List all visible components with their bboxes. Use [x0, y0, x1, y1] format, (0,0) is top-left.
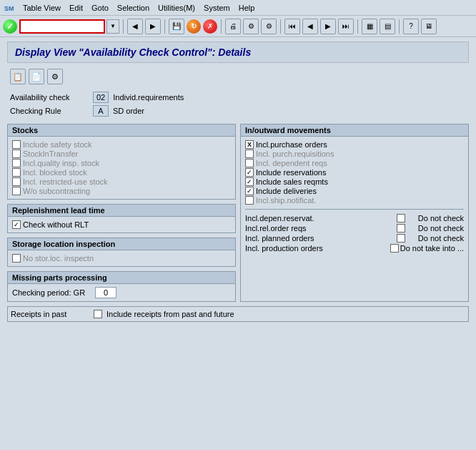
sap-logo-icon: SM	[3, 2, 14, 14]
replenishment-checkbox-0[interactable]	[12, 220, 21, 229]
dropdown-checkbox-0[interactable]	[397, 214, 405, 222]
inout-item-5: Include deliveries	[245, 187, 464, 195]
availability-check-desc: Individ.requirements	[113, 93, 184, 102]
copy-btn-1[interactable]: 📋	[10, 69, 26, 84]
checking-rule-field: Checking Rule A SD order	[10, 105, 466, 117]
inout-item-1: Incl. purch.requisitions	[245, 150, 464, 158]
copy-btn-2[interactable]: 📄	[29, 69, 44, 84]
inout-checkbox-3[interactable]	[245, 168, 254, 177]
layout2-btn[interactable]: ▤	[380, 19, 395, 34]
inout-item-4: Include sales reqmts	[245, 177, 464, 186]
back-btn[interactable]: ◀	[127, 19, 143, 34]
refresh-btn[interactable]: ↻	[187, 19, 201, 34]
fields-section: Availability check 02 Individ.requiremen…	[7, 92, 469, 117]
stock-label-1: StockInTransfer	[23, 150, 78, 158]
inoutward-panel-body: Incl.purchase orders Incl. purch.requisi…	[241, 137, 468, 257]
help-icon: ?	[409, 22, 413, 30]
checking-period-label: Checking period: GR	[12, 288, 91, 297]
dropdown-row-1: Incl.rel.order reqs Do not check	[245, 224, 464, 233]
replenishment-panel-title: Replenishment lead time	[8, 205, 235, 217]
stock-item-1: StockInTransfer	[12, 150, 231, 158]
inout-label-1: Incl. purch.requisitions	[256, 150, 334, 158]
availability-check-code: 02	[93, 92, 109, 103]
dropdown-checkbox-3[interactable]	[390, 244, 399, 253]
stock-checkbox-5[interactable]	[12, 187, 21, 195]
bottom-section: Receipts in past Include receipts from p…	[7, 306, 469, 322]
inout-label-6: Incl.ship.notificat.	[256, 196, 316, 205]
refresh-icon: ↻	[191, 22, 197, 30]
print-btn[interactable]: 🖨	[225, 19, 241, 34]
forward-btn[interactable]: ▶	[145, 19, 161, 34]
checking-rule-code: A	[93, 105, 109, 117]
status-icon: ✓	[3, 19, 17, 34]
menu-edit[interactable]: Edit	[69, 4, 83, 12]
checking-period-input[interactable]	[95, 287, 116, 298]
help-btn[interactable]: ?	[403, 19, 419, 34]
storage-checkbox-0[interactable]	[12, 254, 21, 263]
nav1-btn[interactable]: ⏮	[284, 19, 300, 34]
stock-checkbox-1[interactable]	[12, 150, 21, 158]
dropdown-value-3: Do not take into ...	[400, 244, 464, 253]
receipts-desc: Include receipts from past and future	[106, 310, 234, 318]
storage-label-0: No stor.loc. inspectn	[23, 254, 94, 263]
nav4-btn[interactable]: ⏭	[338, 19, 354, 34]
find-btn[interactable]: ⚙	[243, 19, 259, 34]
replenishment-panel: Replenishment lead time Check without RL…	[7, 204, 236, 233]
nav3-btn[interactable]: ▶	[320, 19, 336, 34]
stock-checkbox-4[interactable]	[12, 177, 21, 186]
menu-table-view[interactable]: Table View	[23, 4, 61, 12]
stocks-panel-body: Include safety stock StockInTransfer Inc…	[8, 137, 235, 199]
dropdown-checkbox-2[interactable]	[397, 234, 405, 243]
stocks-panel: Stocks Include safety stock StockInTrans…	[7, 124, 236, 200]
nav2-btn[interactable]: ◀	[302, 19, 318, 34]
inoutward-panel-title: In/outward movements	[241, 124, 468, 137]
storage-item-0: No stor.loc. inspectn	[12, 254, 231, 263]
stocks-panel-title: Stocks	[8, 124, 235, 137]
dropdown-value-2: Do not check	[407, 234, 464, 243]
stock-checkbox-3[interactable]	[12, 168, 21, 177]
nav4-icon: ⏭	[342, 22, 349, 30]
settings-btn[interactable]: ⚙	[47, 69, 63, 84]
receipts-checkbox[interactable]	[94, 310, 102, 318]
nav3-icon: ▶	[325, 22, 331, 30]
inout-checkbox-0[interactable]	[245, 140, 254, 149]
stock-item-5: W/o subcontracting	[12, 187, 231, 195]
command-input[interactable]	[19, 19, 105, 34]
settings-icon: ⚙	[51, 72, 59, 82]
menu-utilities[interactable]: Utilities(M)	[158, 4, 195, 12]
inout-checkbox-2[interactable]	[245, 159, 254, 167]
storage-panel-body: No stor.loc. inspectn	[8, 250, 235, 266]
separator-6	[399, 19, 400, 34]
menu-help[interactable]: Help	[239, 4, 255, 12]
inout-item-0: Incl.purchase orders	[245, 140, 464, 149]
inout-checkbox-4[interactable]	[245, 177, 254, 186]
layout1-btn[interactable]: ▦	[362, 19, 377, 34]
dropdown-label-2: Incl. planned orders	[245, 234, 345, 243]
checking-rule-label: Checking Rule	[10, 107, 89, 115]
menu-system[interactable]: System	[204, 4, 230, 12]
missing-parts-panel-title: Missing parts processing	[8, 272, 235, 284]
separator-4	[280, 19, 281, 34]
save-btn[interactable]: 💾	[169, 19, 184, 34]
inout-checkbox-6[interactable]	[245, 196, 254, 205]
inout-checkbox-1[interactable]	[245, 150, 254, 158]
stock-checkbox-0[interactable]	[12, 140, 21, 149]
menu-selection[interactable]: Selection	[117, 4, 149, 12]
stock-item-0: Include safety stock	[12, 140, 231, 149]
inout-checkbox-5[interactable]	[245, 187, 254, 195]
stock-item-3: Incl. blocked stock	[12, 168, 231, 177]
main-content: Display View "Availability Check Control…	[0, 37, 476, 450]
stop-btn[interactable]: ✗	[203, 19, 217, 34]
dropdown-value-0: Do not check	[407, 214, 464, 222]
inout-label-5: Include deliveries	[256, 187, 317, 195]
inout-label-3: Include reservations	[256, 168, 326, 177]
command-dropdown[interactable]: ▼	[106, 19, 119, 34]
stock-checkbox-2[interactable]	[12, 159, 21, 167]
stock-label-2: Incl.quality insp. stock	[23, 159, 99, 167]
find-next-btn[interactable]: ⚙	[261, 19, 277, 34]
monitor-icon: 🖥	[425, 22, 432, 30]
storage-panel-title: Storage location inspection	[8, 238, 235, 250]
monitor-btn[interactable]: 🖥	[421, 19, 437, 34]
dropdown-checkbox-1[interactable]	[397, 224, 405, 233]
menu-goto[interactable]: Goto	[91, 4, 109, 12]
